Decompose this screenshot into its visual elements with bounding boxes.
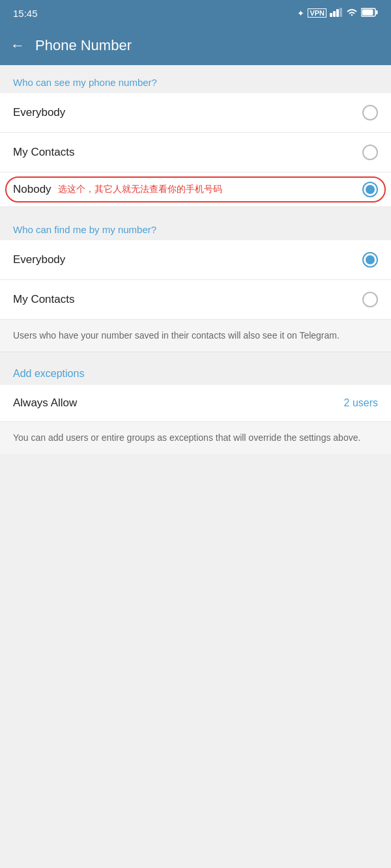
option-everybody-see[interactable]: Everybody (0, 93, 391, 133)
signal-icon (330, 8, 343, 19)
exceptions-section: Add exceptions Always Allow 2 users You … (0, 357, 391, 454)
option-mycontacts-find-label: My Contacts (13, 293, 74, 306)
users-count: 2 users (344, 397, 378, 409)
battery-icon (361, 8, 378, 18)
option-nobody-see[interactable]: Nobody 选这个，其它人就无法查看你的手机号码 (0, 173, 391, 207)
nobody-annotation: 选这个，其它人就无法查看你的手机号码 (58, 184, 222, 195)
divider-1 (0, 207, 391, 212)
status-bar: 15:45 ✦ VPN (0, 0, 391, 26)
divider-2 (0, 352, 391, 357)
svg-rect-0 (330, 13, 332, 17)
time-display: 15:45 (13, 8, 38, 19)
exceptions-info: You can add users or entire groups as ex… (0, 422, 391, 454)
radio-everybody-see[interactable] (362, 105, 378, 120)
option-mycontacts-find[interactable]: My Contacts (0, 280, 391, 320)
radio-everybody-find[interactable] (362, 252, 378, 268)
section-find-phone-label: Who can find me by my number? (0, 212, 391, 240)
status-icons: ✦ VPN (297, 8, 378, 19)
svg-rect-1 (333, 11, 336, 17)
option-everybody-find-label: Everybody (13, 253, 65, 266)
radio-mycontacts-find[interactable] (362, 292, 378, 307)
bluetooth-icon: ✦ (297, 8, 304, 18)
svg-rect-5 (376, 10, 378, 14)
add-exceptions-label[interactable]: Add exceptions (0, 357, 391, 385)
vpn-icon: VPN (308, 8, 326, 18)
option-mycontacts-see-label: My Contacts (13, 146, 74, 159)
svg-rect-3 (340, 8, 342, 17)
always-allow-row[interactable]: Always Allow 2 users (0, 385, 391, 422)
option-everybody-see-label: Everybody (13, 106, 65, 119)
page-header: ← Phone Number (0, 26, 391, 65)
section-see-phone: Who can see my phone number? Everybody M… (0, 65, 391, 207)
option-everybody-find[interactable]: Everybody (0, 240, 391, 280)
page-title: Phone Number (35, 37, 132, 54)
option-mycontacts-see[interactable]: My Contacts (0, 133, 391, 173)
back-button[interactable]: ← (10, 37, 25, 54)
svg-rect-2 (336, 9, 339, 17)
section-find-phone: Who can find me by my number? Everybody … (0, 212, 391, 352)
section-see-phone-label: Who can see my phone number? (0, 65, 391, 93)
find-phone-info: Users who have your number saved in thei… (0, 320, 391, 352)
option-nobody-see-label: Nobody (13, 183, 51, 196)
radio-nobody-see[interactable] (362, 182, 378, 197)
radio-mycontacts-see[interactable] (362, 145, 378, 160)
always-allow-label: Always Allow (13, 397, 77, 410)
wifi-icon (346, 8, 358, 19)
svg-rect-6 (362, 10, 373, 16)
